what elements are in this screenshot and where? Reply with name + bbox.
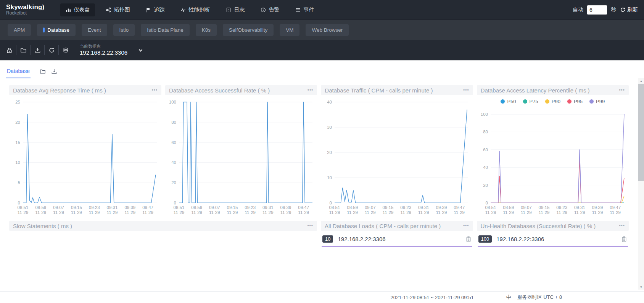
svg-text:09:4711-29: 09:4711-29 <box>298 205 309 215</box>
dashboard-tab-apm[interactable]: APM <box>8 24 31 36</box>
svg-text:09:0711-29: 09:0711-29 <box>521 205 532 215</box>
dashboard-tab-istio-data-plane[interactable]: Istio Data Plane <box>141 24 189 36</box>
more-options-icon[interactable]: ••• <box>463 87 469 93</box>
nav-item-trace[interactable]: 追踪 <box>140 3 170 16</box>
logo-swoosh-icon: ) <box>42 3 45 11</box>
dashboard-tab-database[interactable]: Database <box>37 24 76 36</box>
series-p90 <box>491 196 624 203</box>
dashboard-tab-web-browser[interactable]: Web Browser <box>306 24 349 36</box>
dashboard-tab-vm[interactable]: VM <box>280 24 299 36</box>
chart-title: Database Access Latency Percentile ( ms … <box>481 87 590 94</box>
tab-database[interactable]: Database <box>6 68 31 78</box>
nav-item-dashboard[interactable]: 仪表盘 <box>60 3 95 16</box>
svg-text:15: 15 <box>15 140 20 145</box>
load-value-badge: 10 <box>322 235 333 243</box>
seconds-label: 秒 <box>611 6 616 13</box>
clipboard-icon[interactable] <box>621 236 627 242</box>
nav-item-label: 仪表盘 <box>74 6 90 13</box>
download-icon[interactable] <box>51 68 57 75</box>
vertical-scrollbar[interactable]: ▲ ▼ <box>638 78 644 290</box>
dashboard-tab-selfobservability[interactable]: SelfObservability <box>223 24 274 36</box>
folder-icon[interactable] <box>40 68 46 75</box>
dashboard-icon <box>66 7 71 13</box>
refresh-icon <box>620 7 626 13</box>
svg-text:08:5111-29: 08:5111-29 <box>18 205 29 215</box>
tab-label: K8s <box>202 27 211 33</box>
line-chart-svg: 02040608010008:5111-2908:5911-2909:0711-… <box>165 95 317 217</box>
nav-item-profile[interactable]: 性能剖析 <box>175 3 215 16</box>
svg-text:09:4711-29: 09:4711-29 <box>142 205 153 215</box>
svg-text:09:3111-29: 09:3111-29 <box>262 205 274 215</box>
tab-label: Istio <box>119 27 129 33</box>
chart-database-access-successful-rate: Database Access Successful Rate ( % )•••… <box>165 85 317 217</box>
chart-plot-area: 02040608010008:5111-2908:5911-2909:0711-… <box>477 107 629 217</box>
legend-dot <box>501 99 505 104</box>
more-options-icon[interactable]: ••• <box>151 87 158 93</box>
database-instance-row: 100 192.168.2.22:3306 <box>478 235 628 243</box>
dashboard-tab-event[interactable]: Event <box>82 24 107 36</box>
panel-title: Slow Statements ( ms ) <box>13 223 72 229</box>
database-icon <box>63 47 69 53</box>
alarm-icon <box>261 7 266 13</box>
series-successful-rate <box>179 102 312 203</box>
line-chart-svg: 02040608010008:5111-2908:5911-2909:0711-… <box>477 107 629 217</box>
app-logo[interactable]: Skywalking) Rocketbot <box>6 4 44 15</box>
language-toggle[interactable]: 中 <box>506 294 511 301</box>
svg-text:20: 20 <box>483 183 488 188</box>
svg-text:80: 80 <box>171 120 176 125</box>
svg-text:40: 40 <box>483 165 488 170</box>
more-options-icon[interactable]: ••• <box>463 223 469 228</box>
legend-label: P50 <box>507 99 516 104</box>
nav-item-label: 拓扑图 <box>114 6 130 13</box>
legend-item-p50[interactable]: P50 <box>501 99 516 104</box>
chart-title: Database Access Successful Rate ( % ) <box>169 87 270 94</box>
time-range: 2021-11-29 08:51 ~ 2021-11-29 09:51 <box>390 295 473 300</box>
current-database-selector[interactable]: 当前数据库 192.168.2.22:3306 <box>80 44 143 57</box>
current-database-label: 当前数据库 <box>80 44 127 49</box>
more-options-icon[interactable]: ••• <box>619 223 625 228</box>
logo-subtitle: Rocketbot <box>6 11 44 16</box>
nav-item-topology[interactable]: 拓扑图 <box>100 3 135 16</box>
legend-item-p90[interactable]: P90 <box>545 99 560 104</box>
download-icon <box>34 47 41 53</box>
lock-button[interactable] <box>2 45 16 55</box>
download-button[interactable] <box>31 45 45 55</box>
database-button[interactable] <box>59 45 73 55</box>
chart-database-access-latency-percentile-ms: Database Access Latency Percentile ( ms … <box>477 85 629 217</box>
legend-item-p99[interactable]: P99 <box>589 99 605 104</box>
svg-text:20: 20 <box>327 150 332 155</box>
refresh-label: 刷新 <box>627 6 638 13</box>
auto-refresh-seconds-input[interactable] <box>587 5 607 15</box>
panel-slow-statements: Slow Statements ( ms ) ••• <box>9 221 317 247</box>
scrollbar-up-icon[interactable]: ▲ <box>640 78 643 84</box>
refresh-button[interactable] <box>45 45 59 55</box>
chevron-down-icon <box>138 48 143 53</box>
panel-unhealth-databases: Un-Health Databases (Successful Rate) ( … <box>477 221 629 247</box>
nav-item-log[interactable]: 日志 <box>221 3 250 16</box>
nav-item-label: 事件 <box>303 6 314 13</box>
more-options-icon[interactable]: ••• <box>619 87 625 93</box>
legend-item-p75[interactable]: P75 <box>523 99 538 104</box>
legend-dot <box>545 99 549 104</box>
more-options-icon[interactable]: ••• <box>308 87 314 93</box>
svg-text:09:2311-29: 09:2311-29 <box>556 205 567 215</box>
dashboard-content: Database Avg Response Time ( ms )•••0510… <box>0 78 644 291</box>
dashboard-tab-k8s[interactable]: K8s <box>196 24 217 36</box>
scrollbar-down-icon[interactable]: ▼ <box>640 284 643 290</box>
dashboard-tab-istio[interactable]: Istio <box>113 24 135 36</box>
more-options-icon[interactable]: ••• <box>307 223 313 228</box>
main-nav: 仪表盘拓扑图追踪性能剖析日志告警事件 <box>60 3 319 16</box>
dashboard-tabs: APMDatabaseEventIstioIstio Data PlaneK8s… <box>0 20 644 40</box>
scrollbar-thumb[interactable] <box>638 84 644 181</box>
clipboard-icon[interactable] <box>465 236 472 242</box>
nav-item-event[interactable]: 事件 <box>290 3 319 16</box>
svg-text:09:2311-29: 09:2311-29 <box>89 205 100 215</box>
svg-text:09:3911-29: 09:3911-29 <box>436 205 447 215</box>
svg-text:09:1511-29: 09:1511-29 <box>383 205 394 215</box>
refresh-button[interactable]: 刷新 <box>620 6 638 13</box>
nav-item-alarm[interactable]: 告警 <box>255 3 285 16</box>
folder-button[interactable] <box>16 45 31 55</box>
svg-text:0: 0 <box>485 201 488 205</box>
page-tab-row: Database <box>0 60 644 78</box>
legend-item-p95[interactable]: P95 <box>567 99 583 104</box>
